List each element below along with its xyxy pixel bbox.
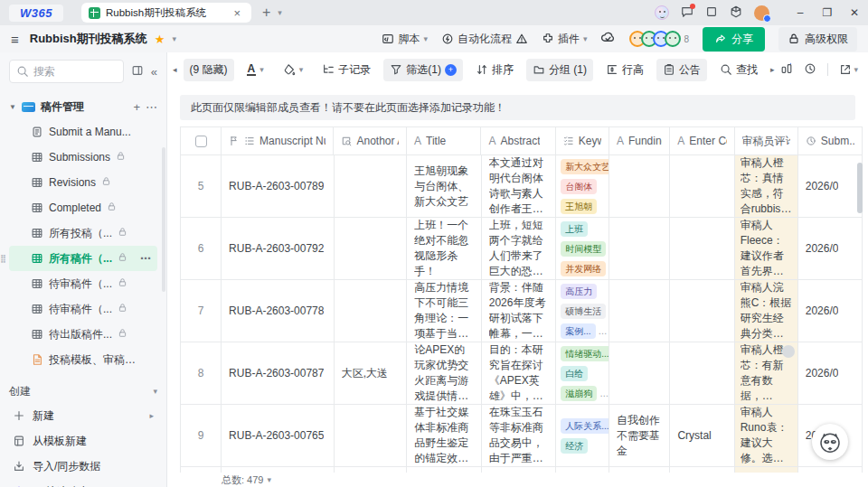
keywords-cell[interactable]: 新大众文艺台阁体王旭朝 <box>556 155 609 218</box>
submit-date-cell[interactable]: 2026/0 <box>798 342 863 405</box>
sidebar-item[interactable]: ⣿所有稿件（...⋯ <box>9 246 157 271</box>
manuscript-number-cell[interactable]: RUB-A-2603-00789 <box>222 155 335 218</box>
cloud-sync-icon[interactable] <box>600 30 616 48</box>
filter-button[interactable]: 筛选(1) + <box>383 59 463 81</box>
keywords-cell[interactable]: 人际关系...经济 <box>556 405 609 467</box>
caret-down-icon[interactable]: ▼ <box>9 103 16 111</box>
funding-cell[interactable] <box>609 342 671 405</box>
fill-color-button[interactable]: ▾ <box>277 60 310 80</box>
sidebar-item[interactable]: Submit a Manu... <box>9 119 157 145</box>
column-header-enter_co[interactable]: AEnter Co... <box>670 126 734 155</box>
sidebar-item[interactable]: Revisions <box>9 170 157 195</box>
sidebar-item[interactable]: 投稿模板、审稿要求 <box>9 347 157 372</box>
advanced-permission-button[interactable]: 高级权限 <box>778 27 857 52</box>
share-button[interactable]: 分享 <box>703 27 765 52</box>
add-icon[interactable]: + <box>133 100 140 114</box>
screenshot-icon[interactable] <box>705 5 718 21</box>
another-author-cell[interactable] <box>335 405 408 467</box>
sidebar-item[interactable]: Completed <box>9 195 157 220</box>
sort-button[interactable]: 排序 <box>469 59 520 81</box>
announce-button[interactable]: 公告 <box>656 59 707 81</box>
sidebar-create-item[interactable]: 导入/同步数据 <box>9 454 157 479</box>
document-tab[interactable]: Rubbish期刊投稿系统 × <box>81 3 251 23</box>
restore-button[interactable]: ❐ <box>814 6 841 19</box>
panel-icon[interactable] <box>131 64 144 80</box>
sidebar-item[interactable]: Submissions <box>9 145 157 170</box>
manuscript-number-cell[interactable]: RUB-A-2603-00792 <box>222 218 335 280</box>
enter-co-cell[interactable] <box>670 280 734 342</box>
more-icon[interactable]: ⋯ <box>146 100 157 114</box>
export-icon[interactable]: ▾ <box>839 63 858 76</box>
abstract-cell[interactable]: 上班，短短两个字就给人们带来了巨大的恐慌... <box>482 218 556 280</box>
manuscript-number-cell[interactable]: RUB-A-2603-00765 <box>222 405 335 467</box>
sidebar-item[interactable]: 待出版稿件... <box>9 322 157 347</box>
toolbar-scroll-right-icon[interactable]: ▸ <box>770 65 775 74</box>
find-button[interactable]: 查找 <box>713 59 764 81</box>
row-number-cell[interactable]: 7 <box>180 280 222 342</box>
drag-handle-icon[interactable]: ⣿ <box>0 254 5 263</box>
sidebar-item[interactable]: 所有投稿（... <box>9 220 157 246</box>
ai-assistant-icon[interactable] <box>655 5 669 20</box>
column-header-review[interactable]: 审稿员评论 <box>735 126 798 155</box>
submit-date-cell[interactable]: 2026/0 <box>798 155 863 218</box>
row-height-button[interactable]: 行高 <box>599 59 650 81</box>
title-chevron-icon[interactable]: ▾ <box>172 34 176 43</box>
account-avatar[interactable] <box>754 5 769 21</box>
expand-record-icon[interactable] <box>782 345 795 358</box>
keywords-cell[interactable]: 情绪驱动...白给滋崩狗… <box>556 342 609 405</box>
reviewer-comment-cell[interactable]: 审稿人Fleece：建议作者首先界定工作的范围，... <box>735 218 798 280</box>
funding-cell[interactable]: 自我创作不需要基金 <box>609 405 671 467</box>
collaborator-avatars[interactable]: 8 <box>629 31 689 47</box>
collapse-sidebar-icon[interactable]: « <box>151 65 157 79</box>
favorite-star-icon[interactable]: ★ <box>155 33 165 46</box>
column-header-abstract[interactable]: AAbstract <box>481 126 555 155</box>
abstract-cell[interactable]: 目的：本研究旨在探讨《APEX英雄》中，玩家... <box>482 342 556 405</box>
keywords-cell[interactable]: 高压力硕博生活案例...… <box>556 280 609 342</box>
search-input[interactable]: 搜索 <box>9 60 124 83</box>
sidebar-scrollbar[interactable] <box>162 147 165 292</box>
assistant-mascot[interactable] <box>812 424 848 460</box>
sidebar-item[interactable]: 待审稿件（... <box>9 271 157 296</box>
history-icon[interactable] <box>804 62 816 78</box>
reviewer-comment-cell[interactable]: 审稿人Runo袁：建议大修。选题有一定原创性... <box>735 405 798 467</box>
enter-co-cell[interactable] <box>670 342 734 405</box>
messages-icon[interactable] <box>681 5 693 21</box>
minimize-button[interactable]: – <box>787 6 814 19</box>
submit-date-cell[interactable]: 2026/0 <box>798 218 863 280</box>
column-header-date[interactable]: Subm... <box>798 126 863 155</box>
widgets-icon[interactable] <box>730 5 742 21</box>
manuscript-number-cell[interactable]: RUB-A-2603-00778 <box>222 280 335 342</box>
submit-date-cell[interactable]: 2026/0 <box>798 280 863 342</box>
another-author-cell[interactable] <box>335 155 408 218</box>
tab-list-chevron-icon[interactable]: ▾ <box>274 8 286 17</box>
column-header-title[interactable]: ATitle <box>407 126 481 155</box>
title-cell[interactable]: 上班！一个绝对不能忽视隐形杀手！ <box>407 218 481 280</box>
abstract-cell[interactable]: 在珠宝玉石等非标准商品交易中，由于严重的... <box>482 405 556 467</box>
manuscript-number-cell[interactable]: RUB-A-2603-00787 <box>222 342 335 405</box>
row-number-cell[interactable]: 5 <box>180 155 222 218</box>
another-author-cell[interactable] <box>335 218 408 280</box>
row-number-cell[interactable]: 6 <box>180 218 222 280</box>
funding-cell[interactable] <box>609 280 671 342</box>
abstract-cell[interactable]: 背景：伴随2026年度考研初试落下帷幕，一批... <box>482 280 556 342</box>
reviewer-comment-cell[interactable]: 审稿人橙芯：真情实感，符合rubbish定位，接受 <box>735 155 798 218</box>
enter-co-cell[interactable] <box>670 218 734 280</box>
reviewer-comment-cell[interactable]: 审稿人橙芯：有新意有数据，accept 浣熊C：... <box>735 342 798 405</box>
another-author-cell[interactable] <box>335 280 408 342</box>
enter-co-cell[interactable] <box>670 155 734 218</box>
keywords-cell[interactable]: 上班时间模型并发网络 <box>556 218 609 280</box>
automation-button[interactable]: 自动化流程 <box>441 32 528 47</box>
title-cell[interactable]: 高压力情境下不可能三角理论：一项基于当代硕博生... <box>407 280 481 342</box>
column-header-funding[interactable]: AFunding... <box>609 126 670 155</box>
column-header-manuscript[interactable]: Manuscript Num... <box>222 126 334 155</box>
sidebar-create-item[interactable]: 从模板新建 <box>9 428 157 454</box>
toolbar-scroll-left-icon[interactable]: ◂ <box>173 65 177 74</box>
sidebar-item[interactable]: 待审稿件（... <box>9 296 157 322</box>
sidebar-create-item[interactable]: AI 快速建表 <box>9 479 157 487</box>
another-author-cell[interactable]: 大区,大送 <box>335 342 408 405</box>
funding-cell[interactable] <box>609 155 671 218</box>
funding-cell[interactable] <box>609 218 671 280</box>
group-button[interactable]: 分组 (1) <box>526 59 593 81</box>
row-number-cell[interactable]: 8 <box>180 342 222 405</box>
table-scrollbar[interactable] <box>857 163 863 213</box>
